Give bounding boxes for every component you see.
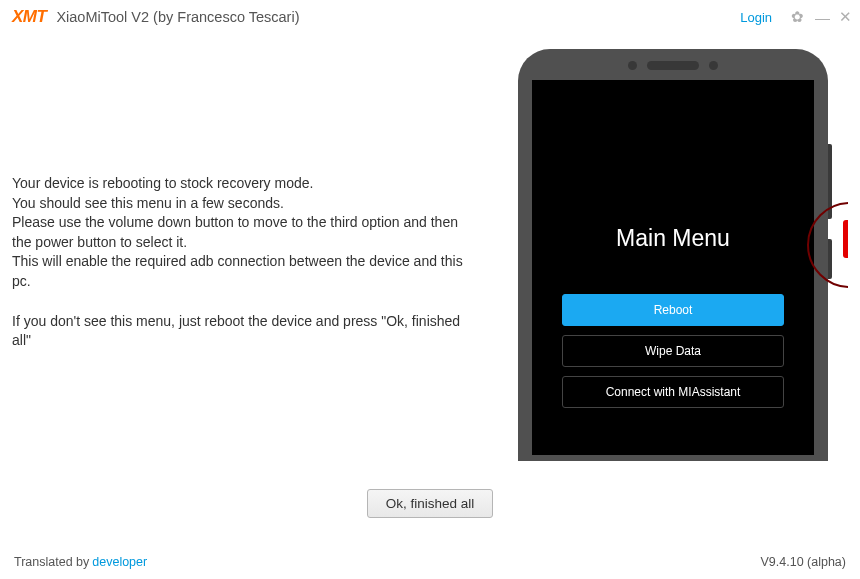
phone-speaker (518, 61, 828, 70)
press-hint-icon (788, 212, 848, 272)
action-bar: Ok, finished all (0, 461, 860, 546)
instruction-line: This will enable the required adb connec… (12, 252, 470, 291)
ok-finished-button[interactable]: Ok, finished all (367, 489, 494, 518)
reboot-button: Reboot (562, 294, 784, 326)
phone-screen: Main Menu Reboot Wipe Data Connect with … (532, 80, 814, 455)
content-area: Your device is rebooting to stock recove… (0, 34, 860, 461)
instruction-line: Please use the volume down button to mov… (12, 213, 470, 252)
phone-frame: Main Menu Reboot Wipe Data Connect with … (518, 49, 828, 461)
app-title: XiaoMiTool V2 (by Francesco Tescari) (56, 9, 299, 25)
instructions-text: Your device is rebooting to stock recove… (12, 174, 470, 351)
translated-by-label: Translated by (14, 555, 89, 569)
device-preview-pane: Main Menu Reboot Wipe Data Connect with … (488, 34, 848, 461)
footer: Translated by developer V9.4.10 (alpha) (14, 555, 846, 569)
instruction-line: If you don't see this menu, just reboot … (12, 312, 470, 351)
instruction-line: Your device is rebooting to stock recove… (12, 174, 470, 194)
close-button[interactable]: ✕ (838, 8, 852, 26)
settings-icon[interactable]: ✿ (790, 8, 804, 26)
connect-miassistant-button: Connect with MIAssistant (562, 376, 784, 408)
wipe-data-button: Wipe Data (562, 335, 784, 367)
recovery-menu-title: Main Menu (532, 80, 814, 294)
title-bar: XMT XiaoMiTool V2 (by Francesco Tescari)… (0, 0, 860, 34)
instruction-line: You should see this menu in a few second… (12, 194, 470, 214)
version-label: V9.4.10 (alpha) (761, 555, 846, 569)
login-link[interactable]: Login (740, 10, 772, 25)
recovery-menu-buttons: Reboot Wipe Data Connect with MIAssistan… (532, 294, 814, 408)
developer-link[interactable]: developer (92, 555, 147, 569)
minimize-button[interactable]: — (814, 9, 828, 26)
instructions-pane: Your device is rebooting to stock recove… (12, 34, 488, 461)
app-logo: XMT (12, 7, 46, 27)
window-controls: Login ✿ — ✕ (740, 8, 852, 26)
